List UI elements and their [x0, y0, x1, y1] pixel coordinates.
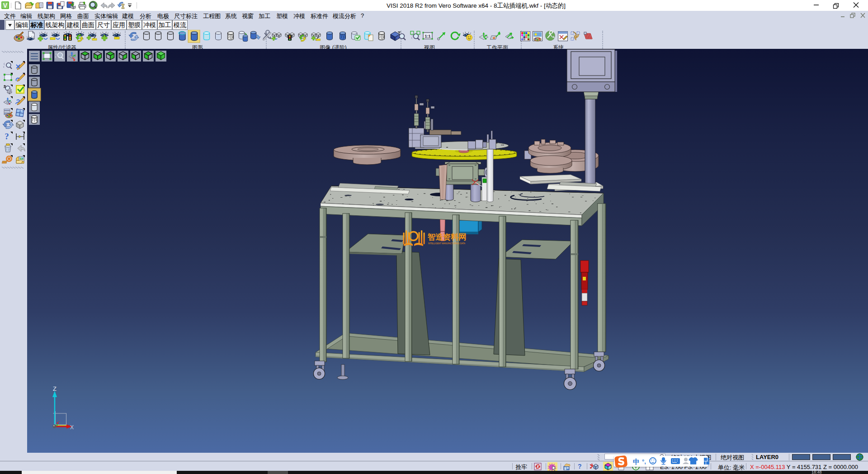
svg-text:?: ? [5, 132, 9, 141]
svg-text:Z: Z [53, 385, 57, 392]
svg-text:V: V [3, 2, 8, 9]
svg-text:INTELLIGENT MANUFACTURING DATA: INTELLIGENT MANUFACTURING DATA [428, 242, 466, 245]
svg-text:中: 中 [633, 458, 640, 465]
svg-text:1:1: 1:1 [425, 34, 430, 38]
svg-text:智造资料网: 智造资料网 [427, 232, 466, 242]
svg-text:X: X [70, 424, 74, 431]
svg-text:°,: °, [642, 458, 646, 465]
